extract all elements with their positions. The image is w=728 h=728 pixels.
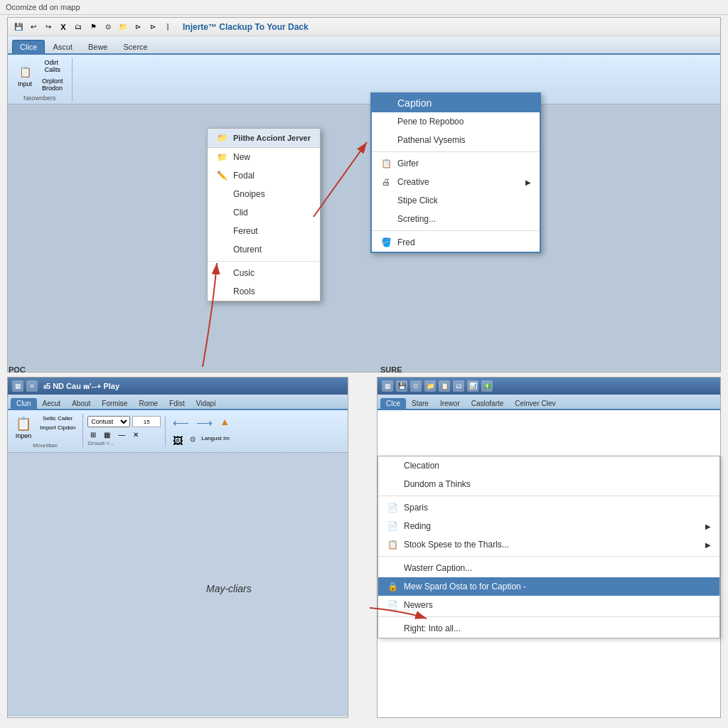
context-menu-left: 📁 Piithe Acciont Jerver 📁 New ✏️ Fodal G… bbox=[207, 128, 321, 301]
menu-item-new[interactable]: 📁 New bbox=[208, 148, 320, 166]
grid-btn[interactable]: ⊞ bbox=[87, 429, 99, 440]
poc-label: POC bbox=[9, 365, 26, 374]
menu-sep-1 bbox=[208, 261, 320, 262]
toolbar-icons: 💾 ↩ ↪ X 🗂 ⚑ ⊙ 📁 ⊳ ⊳ | bbox=[12, 21, 174, 33]
menu-item-stipe[interactable]: Stipe Click bbox=[372, 191, 540, 210]
menu-item-gnoipes-label: Gnoipes bbox=[233, 189, 265, 199]
sparis-label: Sparis bbox=[404, 503, 428, 513]
bl-tab-about[interactable]: About bbox=[66, 398, 96, 409]
import-cipdon-btn[interactable]: Import Cipdon bbox=[37, 423, 78, 432]
br-menu-newers[interactable]: 📄 Newers bbox=[378, 596, 719, 614]
br-menu-stook[interactable]: 📋 Stook Spese to the Tharls... ▶ bbox=[378, 535, 719, 554]
menu-item-fred[interactable]: 🪣 Fred bbox=[372, 233, 540, 252]
tab-clice[interactable]: Clice bbox=[12, 40, 45, 53]
save-icon[interactable]: 💾 bbox=[12, 21, 25, 33]
menu-item-girfer[interactable]: 📋 Girfer bbox=[372, 154, 540, 173]
br-menu-reding[interactable]: 📄 Reding ▶ bbox=[378, 517, 719, 535]
app-icon[interactable]: 🗂 bbox=[72, 21, 85, 33]
br-menu-dundom[interactable]: Dundom a Thinks bbox=[378, 475, 719, 493]
menu-item-rools[interactable]: Rools bbox=[208, 282, 320, 301]
arrow-left-btn[interactable]: ⟵ bbox=[170, 414, 192, 431]
bl-tab-fdist[interactable]: Fdist bbox=[164, 398, 191, 409]
bottom-left-toolbar: ▦ ≡ ᵴ5 ND Cau ᵯ'--+ Play bbox=[8, 378, 348, 395]
br-menu-mew[interactable]: 🔒 Mew Spard Osta to for Caption - bbox=[378, 577, 719, 596]
clid-icon bbox=[216, 207, 228, 218]
odirt-calits-btn[interactable]: OdirtCalits bbox=[39, 58, 66, 75]
br-tab-clce[interactable]: Clce bbox=[380, 398, 406, 409]
br-icon7: 📊 bbox=[467, 380, 478, 392]
bl-tab-aecut[interactable]: Aecut bbox=[37, 398, 67, 409]
bl-tab-clun[interactable]: Clun bbox=[11, 398, 37, 409]
br-menu-right[interactable]: Right: Into all... bbox=[378, 619, 719, 638]
folder-icon[interactable]: 📁 bbox=[117, 21, 129, 33]
arrow-right-btn[interactable]: ⟶ bbox=[193, 414, 215, 431]
menu-item-fodal[interactable]: ✏️ Fodal bbox=[208, 166, 320, 185]
menu-sep-right-1 bbox=[372, 151, 540, 152]
undo-icon[interactable]: ↩ bbox=[27, 21, 40, 33]
br-tab-caslofarte[interactable]: Caslofarte bbox=[466, 398, 510, 409]
bl-inpen-btn[interactable]: 📋 Inpen bbox=[12, 414, 35, 441]
bl-doc-area bbox=[8, 453, 348, 717]
tab-scerce[interactable]: Scerce bbox=[116, 40, 156, 53]
arrow-icon[interactable]: ⊳ bbox=[132, 21, 144, 33]
clecation-label: Clecation bbox=[404, 461, 439, 471]
arrow2-icon[interactable]: ⊳ bbox=[146, 21, 159, 33]
ribbon-group-neownbers: 📋 Input OdirtCalits OrplontBrodon Neownb… bbox=[14, 58, 73, 102]
menu-item-screting-label: Screting... bbox=[397, 214, 436, 224]
menu-item-caption[interactable]: Caption bbox=[372, 94, 540, 112]
x-btn[interactable]: ✕ bbox=[130, 429, 141, 440]
sellic-caller-btn[interactable]: Sellic Caller bbox=[37, 414, 78, 423]
langust-label: Langust Im bbox=[200, 434, 231, 448]
contust-select[interactable]: Contust bbox=[87, 416, 130, 427]
tab-bewe[interactable]: Bewe bbox=[80, 40, 116, 53]
table-btn[interactable]: ▦ bbox=[101, 429, 113, 440]
br-sep-1 bbox=[378, 496, 719, 496]
br-tab-ceinver[interactable]: Ceinver Clev bbox=[509, 398, 561, 409]
menu-item-pathenal[interactable]: Pathenal Vysemis bbox=[372, 131, 540, 149]
stamp-btn[interactable]: 🖼 bbox=[170, 434, 186, 448]
triangle-btn[interactable]: ▲ bbox=[217, 414, 232, 431]
flag-icon[interactable]: ⚑ bbox=[87, 21, 100, 33]
redo-icon[interactable]: ↪ bbox=[42, 21, 55, 33]
bl-tab-vidapi[interactable]: Vidapi bbox=[191, 398, 222, 409]
menu-item-screting[interactable]: Screting... bbox=[372, 210, 540, 228]
menu-item-gnoipes[interactable]: Gnoipes bbox=[208, 185, 320, 203]
menu-item-creative[interactable]: 🖨 Creative ▶ bbox=[372, 173, 540, 191]
input-btn[interactable]: 📋 Input bbox=[14, 62, 36, 89]
creative-icon: 🖨 bbox=[380, 176, 392, 188]
circle-btn[interactable]: ⊙ bbox=[187, 434, 198, 448]
mew-label: Mew Spard Osta to for Caption - bbox=[404, 582, 526, 592]
bl-tab-rome[interactable]: Rome bbox=[133, 398, 164, 409]
menu-item-cusic[interactable]: Cusic bbox=[208, 264, 320, 282]
dash-btn[interactable]: — bbox=[115, 429, 128, 440]
reding-label: Reding bbox=[404, 521, 431, 531]
doc-area bbox=[8, 105, 720, 372]
creative-submenu-arrow: ▶ bbox=[525, 178, 531, 186]
br-tab-stare[interactable]: Stare bbox=[406, 398, 434, 409]
inpen-label: Inpen bbox=[16, 432, 32, 439]
bl-tab-formise[interactable]: Formise bbox=[96, 398, 133, 409]
num-input[interactable]: 15 bbox=[132, 416, 161, 427]
menu-item-oturent[interactable]: Oturent bbox=[208, 240, 320, 259]
orplont-brodon-btn[interactable]: OrplontBrodon bbox=[39, 76, 66, 93]
ribbon-content: 📋 Input OdirtCalits OrplontBrodon Neownb… bbox=[8, 55, 720, 105]
bl-title: ᵴ5 ND Cau ᵯ'--+ Play bbox=[43, 382, 119, 391]
tab-ascut[interactable]: Ascut bbox=[45, 40, 80, 53]
menu-item-fereut[interactable]: Fereut bbox=[208, 222, 320, 240]
menu-item-cusic-label: Cusic bbox=[233, 268, 255, 278]
circle-icon[interactable]: ⊙ bbox=[102, 21, 114, 33]
br-menu-wasterr[interactable]: Wasterr Caption... bbox=[378, 559, 719, 577]
cusic-icon bbox=[216, 267, 228, 279]
stook-label: Stook Spese to the Tharls... bbox=[404, 540, 509, 550]
menu-item-clid[interactable]: Clid bbox=[208, 203, 320, 222]
stook-icon: 📋 bbox=[387, 539, 398, 550]
caption-icon bbox=[380, 97, 392, 109]
br-tab-irewor[interactable]: Irewor bbox=[434, 398, 466, 409]
bottom-left-panel: ▦ ≡ ᵴ5 ND Cau ᵯ'--+ Play Clun Aecut Abou… bbox=[7, 377, 348, 718]
br-icon4: 📁 bbox=[424, 380, 436, 392]
br-menu-clecation[interactable]: Clecation bbox=[378, 456, 719, 475]
menu-item-pene[interactable]: Pene to Repoboo bbox=[372, 112, 540, 131]
groust-label: Groust <... bbox=[87, 440, 161, 446]
bold-icon[interactable]: X bbox=[57, 21, 70, 33]
br-menu-sparis[interactable]: 📄 Sparis bbox=[378, 498, 719, 517]
